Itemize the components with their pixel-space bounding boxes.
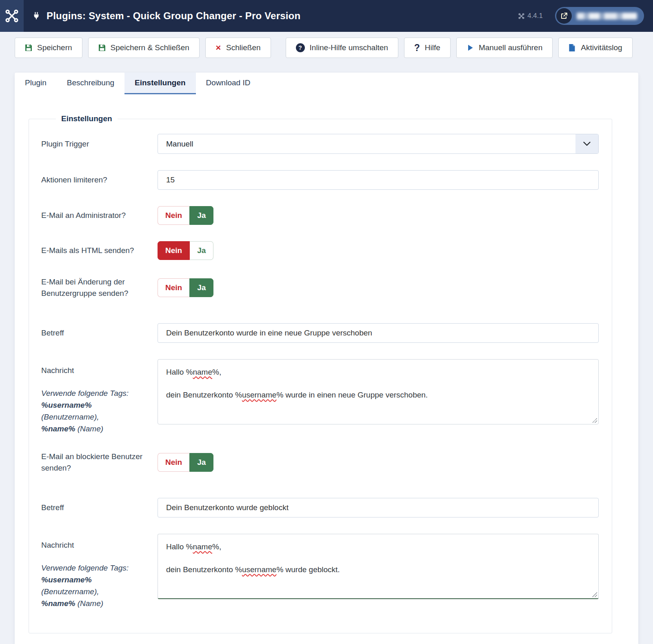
tag-username: %username% — [41, 575, 92, 584]
tab-plugin-label: Plugin — [25, 78, 47, 87]
help-button[interactable]: Hilfe — [404, 38, 451, 58]
spellcheck-underline: username — [242, 391, 277, 399]
tag-name: %name% — [41, 424, 75, 433]
plugin-trigger-value: Manuell — [158, 140, 575, 149]
row-email-admin: E-Mail an Administrator? Nein Ja — [41, 206, 599, 225]
question-icon — [414, 43, 420, 53]
version-label: 4.4.1 — [527, 12, 543, 20]
joomla-version: 4.4.1 — [518, 12, 543, 20]
save-label: Speichern — [37, 43, 72, 52]
tab-plugin[interactable]: Plugin — [15, 73, 57, 94]
email-admin-no-button[interactable]: Nein — [158, 206, 189, 225]
email-group-change-no-button[interactable]: Nein — [158, 278, 189, 297]
document-icon — [569, 44, 576, 51]
row-subject-group: Betreff — [41, 323, 599, 343]
email-html-label: E-Mails als HTML senden? — [41, 245, 158, 256]
limit-actions-label: Aktionen limiteren? — [41, 174, 158, 186]
activity-log-label: Aktivitätslog — [581, 43, 622, 52]
row-email-blocked: E-Mail an blockierte Benutzer senden? Ne… — [41, 451, 599, 474]
joomla-logo[interactable] — [0, 0, 24, 32]
content-card: Plugin Beschreibung Einstellungen Downlo… — [15, 73, 638, 644]
email-blocked-no-button[interactable]: Nein — [158, 453, 189, 472]
row-message-blocked: Nachricht Verwende folgende Tags: %usern… — [41, 534, 599, 609]
tab-download-id[interactable]: Download ID — [196, 73, 261, 94]
row-plugin-trigger: Plugin Trigger Manuell — [41, 134, 599, 154]
email-blocked-toggle: Nein Ja — [158, 453, 213, 472]
tab-beschreibung-label: Beschreibung — [67, 78, 114, 87]
email-blocked-yes-button[interactable]: Ja — [189, 453, 213, 472]
close-button[interactable]: Schließen — [205, 38, 271, 58]
play-icon — [466, 44, 474, 51]
spellcheck-underline: name — [193, 542, 212, 551]
email-html-yes-button[interactable]: Ja — [190, 241, 213, 260]
external-link-icon — [556, 8, 572, 24]
subject-group-label: Betreff — [41, 327, 158, 339]
email-group-change-label: E-Mail bei Änderung der Benutzergruppe s… — [41, 276, 158, 299]
settings-fieldset: Einstellungen Plugin Trigger Manuell Akt… — [29, 114, 612, 633]
message-blocked-textarea[interactable]: Hallo %name%, dein Benutzerkonto %userna… — [158, 534, 599, 599]
help-label: Hilfe — [425, 43, 440, 52]
save-icon — [25, 44, 32, 51]
email-blocked-label: E-Mail an blockierte Benutzer senden? — [41, 451, 158, 474]
limit-actions-input[interactable] — [158, 170, 599, 190]
spellcheck-underline: name — [193, 368, 212, 376]
activity-log-button[interactable]: Aktivitätslog — [558, 38, 632, 58]
inline-help-label: Inline-Hilfe umschalten — [310, 43, 388, 52]
plug-icon — [32, 11, 41, 20]
page-title: Plugins: System - Quick Group Changer - … — [47, 10, 300, 22]
tab-bar: Plugin Beschreibung Einstellungen Downlo… — [15, 73, 638, 94]
message-group-textarea[interactable]: Hallo %name%, dein Benutzerkonto %userna… — [158, 359, 599, 424]
row-email-html: E-Mails als HTML senden? Nein Ja — [41, 241, 599, 260]
tab-einstellungen-label: Einstellungen — [135, 78, 186, 87]
row-subject-blocked: Betreff — [41, 498, 599, 517]
row-message-group: Nachricht Verwende folgende Tags: %usern… — [41, 359, 599, 435]
inline-help-toggle-button[interactable]: Inline-Hilfe umschalten — [286, 38, 398, 58]
close-label: Schließen — [226, 43, 261, 52]
resize-handle-icon[interactable] — [592, 592, 597, 597]
resize-handle-icon[interactable] — [592, 418, 597, 423]
spellcheck-underline: username — [242, 565, 277, 574]
user-menu-blurred-label — [577, 13, 637, 20]
save-close-button[interactable]: Speichern & Schließen — [88, 38, 200, 58]
tab-einstellungen[interactable]: Einstellungen — [124, 73, 196, 94]
row-email-group-change: E-Mail bei Änderung der Benutzergruppe s… — [41, 276, 599, 299]
plugin-trigger-select[interactable]: Manuell — [158, 134, 599, 154]
message-group-hint: Verwende folgende Tags: %username% (Benu… — [41, 387, 149, 435]
close-icon — [215, 43, 221, 52]
tab-download-id-label: Download ID — [206, 78, 251, 87]
joomla-version-icon — [518, 13, 524, 19]
email-html-no-button[interactable]: Nein — [158, 241, 190, 260]
email-admin-label: E-Mail an Administrator? — [41, 210, 158, 221]
admin-header: Plugins: System - Quick Group Changer - … — [0, 0, 653, 32]
save-button[interactable]: Speichern — [15, 38, 82, 58]
email-group-change-toggle: Nein Ja — [158, 278, 213, 297]
message-group-label: Nachricht — [41, 365, 149, 376]
plugin-trigger-label: Plugin Trigger — [41, 138, 158, 150]
message-blocked-label: Nachricht — [41, 540, 149, 551]
toolbar: Speichern Speichern & Schließen Schließe… — [15, 38, 638, 58]
joomla-logo-icon — [5, 9, 19, 23]
tag-username: %username% — [41, 401, 92, 409]
user-menu-button[interactable] — [555, 7, 644, 25]
run-manual-label: Manuell ausführen — [479, 43, 542, 52]
subject-group-input[interactable] — [158, 323, 599, 343]
row-limit-actions: Aktionen limiteren? — [41, 170, 599, 190]
subject-blocked-input[interactable] — [158, 498, 599, 517]
email-group-change-yes-button[interactable]: Ja — [189, 278, 213, 297]
save-icon — [98, 44, 106, 51]
tab-beschreibung[interactable]: Beschreibung — [57, 73, 124, 94]
email-html-toggle: Nein Ja — [158, 241, 213, 260]
tag-name: %name% — [41, 599, 75, 608]
chevron-down-icon — [575, 134, 598, 153]
save-close-label: Speichern & Schließen — [111, 43, 189, 52]
message-blocked-hint: Verwende folgende Tags: %username% (Benu… — [41, 562, 149, 609]
settings-legend: Einstellungen — [56, 114, 118, 123]
question-circle-icon — [296, 43, 305, 52]
run-manual-button[interactable]: Manuell ausführen — [456, 38, 553, 58]
email-admin-toggle: Nein Ja — [158, 206, 213, 225]
subject-blocked-label: Betreff — [41, 502, 158, 513]
email-admin-yes-button[interactable]: Ja — [189, 206, 213, 225]
